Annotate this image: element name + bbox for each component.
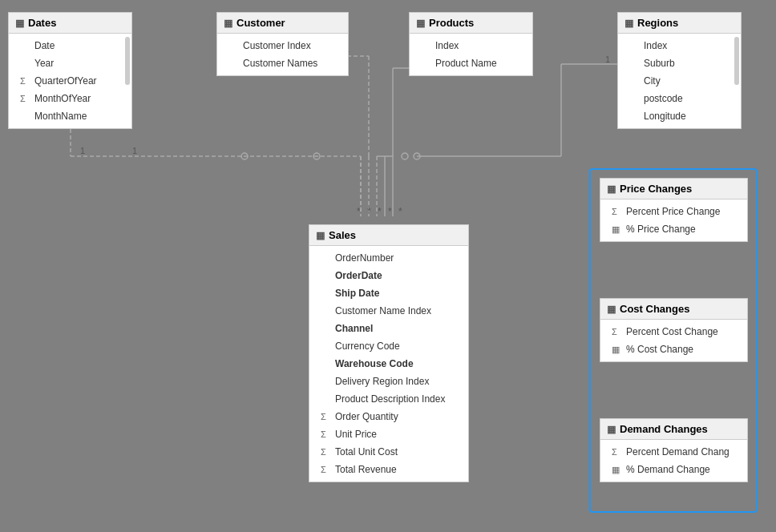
- field-name: OrderNumber: [335, 251, 394, 265]
- table-icon: ▦: [607, 183, 616, 195]
- field-icon: ▦: [612, 343, 623, 357]
- price-changes-table-header: ▦ Price Changes: [600, 179, 747, 200]
- svg-point-19: [414, 153, 420, 159]
- table-row: Channel: [309, 320, 468, 337]
- table-row: Index: [410, 37, 532, 54]
- table-row: Ship Date: [309, 284, 468, 302]
- table-row: ΣPercent Demand Chang: [600, 443, 747, 461]
- cost-changes-table-title: Cost Changes: [620, 303, 689, 315]
- table-row: Index: [618, 37, 741, 54]
- field-name: Channel: [335, 321, 373, 336]
- table-icon: ▦: [624, 18, 633, 29]
- dates-table: ▦ Dates Date Year ΣQuarterOfYear ΣMonthO…: [8, 12, 132, 129]
- sales-table: ▦ Sales OrderNumber OrderDate Ship Date …: [309, 224, 469, 482]
- regions-table-title: Regions: [637, 17, 678, 29]
- svg-text:1: 1: [80, 146, 85, 155]
- cost-changes-table-header: ▦ Cost Changes: [600, 299, 747, 320]
- svg-text:*: *: [398, 206, 402, 217]
- svg-text:*: *: [388, 206, 392, 217]
- field-name: Delivery Region Index: [335, 374, 429, 389]
- cost-changes-table: ▦ Cost Changes ΣPercent Cost Change ▦% C…: [600, 298, 748, 362]
- field-name: Index: [435, 38, 459, 53]
- field-name: Longitude: [644, 109, 686, 123]
- table-row: Warehouse Code: [309, 355, 468, 373]
- field-name: Percent Demand Chang: [626, 445, 730, 459]
- price-changes-table-title: Price Changes: [620, 183, 692, 195]
- field-name: % Price Change: [626, 222, 696, 236]
- regions-table: ▦ Regions Index Suburb City postcode Lon…: [617, 12, 742, 129]
- field-icon: Σ: [612, 445, 623, 459]
- table-row: Delivery Region Index: [309, 373, 468, 390]
- field-name: Percent Cost Change: [626, 324, 718, 339]
- table-row: Customer Name Index: [309, 302, 468, 320]
- field-name: Unit Price: [335, 427, 377, 441]
- table-row: ▦% Demand Change: [600, 461, 747, 478]
- table-row: ΣPercent Cost Change: [600, 323, 747, 341]
- table-row: ΣPercent Price Change: [600, 203, 747, 220]
- products-table-body: Index Product Name: [410, 34, 532, 75]
- regions-table-header: ▦ Regions: [618, 13, 741, 34]
- field-name: Index: [644, 38, 667, 53]
- regions-table-body: Index Suburb City postcode Longitude: [618, 34, 741, 128]
- field-name: Total Revenue: [335, 462, 397, 477]
- sales-table-header: ▦ Sales: [309, 225, 468, 246]
- field-name: MonthName: [34, 109, 87, 123]
- demand-changes-table: ▦ Demand Changes ΣPercent Demand Chang ▦…: [600, 418, 748, 482]
- field-name: Customer Name Index: [335, 304, 431, 318]
- products-table: ▦ Products Index Product Name: [409, 12, 533, 76]
- field-name: Ship Date: [335, 286, 379, 300]
- table-row: Customer Index: [217, 37, 348, 54]
- table-row: Customer Names: [217, 54, 348, 72]
- field-name: City: [644, 74, 661, 88]
- table-icon: ▦: [416, 18, 425, 29]
- scrollbar[interactable]: [125, 37, 130, 85]
- table-row: ΣTotal Revenue: [309, 461, 468, 478]
- field-name: Total Unit Cost: [335, 445, 398, 459]
- table-row: ΣOrder Quantity: [309, 408, 468, 425]
- scrollbar[interactable]: [734, 37, 739, 85]
- demand-changes-table-body: ΣPercent Demand Chang ▦% Demand Change: [600, 440, 747, 482]
- field-name: QuarterOfYear: [34, 74, 97, 88]
- field-name: postcode: [644, 91, 683, 106]
- svg-point-5: [241, 153, 248, 159]
- table-row: MonthName: [9, 107, 131, 125]
- demand-changes-table-title: Demand Changes: [620, 423, 708, 435]
- field-name: Year: [34, 56, 54, 71]
- customer-table-body: Customer Index Customer Names: [217, 34, 348, 75]
- table-row: Suburb: [618, 54, 741, 72]
- field-name: Customer Index: [243, 38, 311, 53]
- customer-table: ▦ Customer Customer Index Customer Names: [216, 12, 349, 76]
- field-name: Warehouse Code: [335, 357, 414, 371]
- price-changes-table: ▦ Price Changes ΣPercent Price Change ▦%…: [600, 178, 748, 242]
- field-name: Customer Names: [243, 56, 317, 71]
- field-name: Product Description Index: [335, 392, 445, 406]
- table-row: Currency Code: [309, 337, 468, 355]
- table-row: OrderNumber: [309, 249, 468, 267]
- sales-table-body: OrderNumber OrderDate Ship Date Customer…: [309, 246, 468, 482]
- svg-text:1: 1: [132, 146, 137, 155]
- price-changes-table-body: ΣPercent Price Change ▦% Price Change: [600, 200, 747, 241]
- field-icon: Σ: [321, 463, 332, 477]
- field-name: MonthOfYear: [34, 91, 91, 106]
- table-row: Year: [9, 54, 131, 72]
- field-name: Product Name: [435, 56, 497, 71]
- svg-text:*: *: [357, 206, 361, 217]
- customer-table-header: ▦ Customer: [217, 13, 348, 34]
- field-name: Currency Code: [335, 339, 400, 353]
- field-name: Percent Price Change: [626, 204, 720, 219]
- field-name: % Cost Change: [626, 342, 693, 357]
- field-icon: Σ: [321, 410, 332, 424]
- field-name: Order Quantity: [335, 409, 398, 424]
- products-table-header: ▦ Products: [410, 13, 532, 34]
- table-row: ▦% Price Change: [600, 220, 747, 238]
- table-icon: ▦: [607, 304, 616, 315]
- demand-changes-table-header: ▦ Demand Changes: [600, 419, 747, 440]
- sales-table-title: Sales: [329, 229, 356, 241]
- cost-changes-table-body: ΣPercent Cost Change ▦% Cost Change: [600, 320, 747, 361]
- table-row: City: [618, 72, 741, 90]
- svg-point-14: [402, 153, 408, 159]
- field-icon: ▦: [612, 223, 623, 236]
- field-name: % Demand Change: [626, 462, 710, 477]
- table-row: postcode: [618, 90, 741, 107]
- field-name: Date: [34, 38, 55, 53]
